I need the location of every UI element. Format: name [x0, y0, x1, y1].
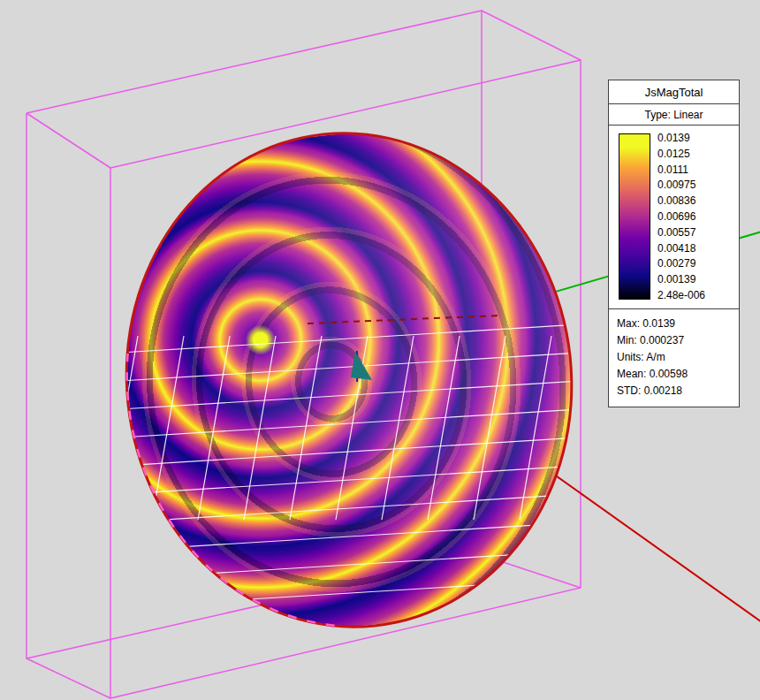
- legend-stats: Max: 0.0139Min: 0.000237Units: A/mMean: …: [609, 308, 739, 407]
- legend-stat: Units: A/m: [617, 349, 731, 366]
- scale-value: 0.00836: [657, 195, 705, 206]
- scale-value: 2.48e-006: [657, 290, 705, 301]
- legend-title: JsMagTotal: [609, 80, 739, 104]
- measurement-grid: [106, 323, 594, 608]
- scale-value: 0.0111: [657, 164, 705, 175]
- color-scale-legend[interactable]: JsMagTotal Type: Linear 0.01390.01250.01…: [608, 80, 740, 407]
- scale-value: 0.00279: [657, 258, 705, 269]
- scale-value: 0.00975: [657, 179, 705, 190]
- scale-value: 0.00557: [657, 227, 705, 238]
- legend-scale-labels: 0.01390.01250.01110.009750.008360.006960…: [657, 133, 705, 301]
- legend-stat: STD: 0.00218: [617, 383, 731, 399]
- legend-scale: 0.01390.01250.01110.009750.008360.006960…: [609, 126, 739, 308]
- scale-value: 0.0139: [657, 133, 705, 143]
- origin-marker: [351, 351, 372, 382]
- legend-stat: Min: 0.000237: [617, 332, 731, 349]
- scale-value: 0.0125: [657, 148, 705, 159]
- 3d-model-viewport[interactable]: JsMagTotal Type: Linear 0.01390.01250.01…: [0, 0, 760, 700]
- scale-value: 0.00418: [657, 243, 705, 254]
- hidden-axis-dashed-line: [308, 316, 499, 323]
- legend-stat: Max: 0.0139: [617, 316, 731, 332]
- scale-value: 0.00139: [657, 274, 705, 285]
- legend-stat: Mean: 0.00598: [617, 366, 731, 383]
- legend-colorbar: [619, 133, 650, 300]
- legend-type-label: Type: Linear: [609, 104, 739, 126]
- scale-value: 0.00696: [657, 211, 705, 222]
